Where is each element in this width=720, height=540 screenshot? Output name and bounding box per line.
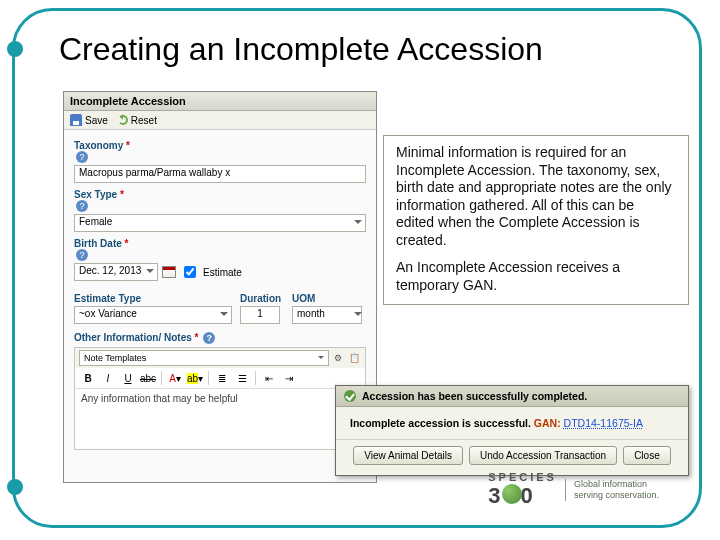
incomplete-accession-panel: Incomplete Accession Save Reset Taxonomy… [63,91,377,483]
save-icon [70,114,82,126]
help-icon[interactable]: ? [76,200,88,212]
species360-logo: SPECIES 3 0 0 Global information serving… [488,471,659,509]
birth-date-input[interactable]: Dec. 12, 2013 [74,263,158,281]
duration-input[interactable]: 1 [240,306,280,324]
logo-brand-text: SPECIES [488,471,557,483]
gan-link[interactable]: DTD14-11675-IA [564,417,643,429]
toolbar-divider [161,371,162,385]
success-message: Incomplete accession is successful. GAN:… [336,407,688,439]
birth-date-label: Birth Date * [74,238,366,249]
logo-tagline: Global information serving conservation. [565,479,659,501]
sex-select[interactable]: Female [74,214,366,232]
reset-button[interactable]: Reset [118,115,157,126]
logo-360: 3 0 0 [488,483,557,509]
form-body: Taxonomy * ? Macropus parma/Parma wallab… [64,130,376,454]
save-label: Save [85,115,108,126]
strike-button[interactable]: abc [139,370,157,386]
rich-text-toolbar: B I U abc A▾ ab▾ ≣ ☰ ⇤ ⇥ [74,368,366,388]
slide-title: Creating an Incomplete Accession [59,31,543,68]
globe-icon [502,484,522,504]
annotation-text: Minimal information is required for an I… [396,144,676,249]
reset-icon [118,115,128,125]
toolbar-divider [255,371,256,385]
bullet-list-button[interactable]: ≣ [213,370,231,386]
highlight-button[interactable]: ab▾ [186,370,204,386]
help-icon[interactable]: ? [203,332,215,344]
underline-button[interactable]: U [119,370,137,386]
toolbar-divider [208,371,209,385]
reset-label: Reset [131,115,157,126]
help-icon[interactable]: ? [76,151,88,163]
font-color-button[interactable]: A▾ [166,370,184,386]
gear-icon[interactable]: ⚙ [331,351,345,365]
indent-button[interactable]: ⇥ [280,370,298,386]
gan-label: GAN: [534,417,561,429]
uom-select[interactable]: month [292,306,362,324]
notes-label: Other Information/ Notes * ? [74,332,366,344]
success-dialog: Accession has been successfully complete… [335,385,689,476]
view-animal-details-button[interactable]: View Animal Details [353,446,463,465]
frame-dot [7,479,23,495]
uom-label: UOM [292,293,366,304]
estimate-checkbox[interactable] [184,266,196,278]
number-list-button[interactable]: ☰ [233,370,251,386]
estimate-checkbox-label: Estimate [203,267,242,278]
italic-button[interactable]: I [99,370,117,386]
check-circle-icon [344,390,356,402]
note-template-select[interactable]: Note Templates [79,350,329,366]
bold-button[interactable]: B [79,370,97,386]
note-template-toolbar: Note Templates ⚙ 📋 [74,347,366,368]
annotation-text: An Incomplete Accession receives a tempo… [396,259,676,294]
help-icon[interactable]: ? [76,249,88,261]
panel-title: Incomplete Accession [64,92,376,111]
frame-dot [7,41,23,57]
taxonomy-label: Taxonomy * [74,140,366,151]
estimate-type-select[interactable]: ~ox Variance [74,306,232,324]
form-toolbar: Save Reset [64,111,376,130]
copy-icon[interactable]: 📋 [347,351,361,365]
save-button[interactable]: Save [70,114,108,126]
success-buttons: View Animal Details Undo Accession Trans… [336,439,688,475]
slide-frame: Creating an Incomplete Accession Incompl… [12,8,702,528]
close-button[interactable]: Close [623,446,671,465]
duration-label: Duration [240,293,284,304]
estimate-type-label: Estimate Type [74,293,232,304]
sex-label: Sex Type * [74,189,366,200]
undo-accession-button[interactable]: Undo Accession Transaction [469,446,617,465]
outdent-button[interactable]: ⇤ [260,370,278,386]
taxonomy-input[interactable]: Macropus parma/Parma wallaby x [74,165,366,183]
calendar-icon[interactable] [162,266,176,278]
notes-textarea[interactable]: Any information that may be helpful [74,388,366,450]
annotation-box: Minimal information is required for an I… [383,135,689,305]
success-dialog-title: Accession has been successfully complete… [336,386,688,407]
